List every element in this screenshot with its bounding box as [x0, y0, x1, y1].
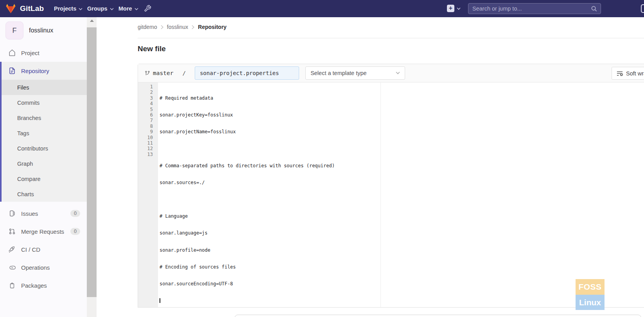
sidebar-section-repository: Repository Files Commits Branches Tags C… — [0, 62, 87, 202]
chevron-down-icon — [79, 8, 83, 11]
sidebar-item-files[interactable]: Files — [2, 80, 87, 95]
watermark-foss: FOSS — [576, 279, 605, 295]
sidebar-item-commits[interactable]: Commits — [2, 95, 87, 110]
new-item-plus-icon[interactable]: + — [447, 5, 454, 12]
breadcrumb-separator-icon — [192, 25, 194, 29]
breadcrumb-separator-icon — [161, 25, 163, 29]
code-editor-body: 1 2 3 4 5 6 7 8 9 10 11 12 13 # Required… — [138, 82, 644, 307]
code-line: sonar.projectKey=fosslinux — [160, 112, 644, 118]
code-line: sonar.language=js — [160, 230, 644, 236]
admin-wrench-icon[interactable] — [144, 5, 151, 12]
project-name: fosslinux — [29, 27, 53, 34]
scrollbar-thumb[interactable] — [87, 27, 97, 297]
sidebar-scrollbar[interactable] — [87, 17, 97, 317]
cloud-gear-icon — [9, 264, 16, 271]
sidebar-item-operations[interactable]: Operations — [0, 258, 87, 276]
sidebar-project-header[interactable]: F fosslinux — [0, 17, 87, 44]
search-icon — [591, 6, 597, 12]
breadcrumb-gitdemo[interactable]: gitdemo — [138, 24, 157, 30]
git-branch-icon — [145, 70, 150, 76]
line-number: 9 — [138, 129, 153, 134]
chevron-down-icon — [396, 72, 400, 75]
code-line: # Required metadata — [160, 95, 644, 101]
top-navbar: GitLab Projects Groups More + — [0, 0, 644, 17]
code-line — [160, 197, 644, 202]
package-icon — [9, 282, 16, 289]
sidebar-item-issues[interactable]: Issues 0 — [0, 204, 87, 222]
home-icon — [9, 49, 16, 56]
editor-toolbar: master / Select a template type Soft wra… — [138, 64, 644, 82]
breadcrumb-fosslinux[interactable]: fosslinux — [167, 24, 188, 30]
line-number: 3 — [138, 95, 153, 101]
code-line: sonar.sources=./ — [160, 180, 644, 185]
search-input[interactable] — [472, 4, 586, 14]
sidebar-item-tags[interactable]: Tags — [2, 125, 87, 141]
breadcrumb-repository[interactable]: Repository — [198, 24, 226, 30]
sidebar-item-compare[interactable]: Compare — [2, 171, 87, 186]
sidebar-item-repository[interactable]: Repository — [2, 62, 87, 80]
code-line: # Comma-separated paths to directories w… — [160, 163, 644, 168]
merge-request-icon — [9, 228, 16, 235]
line-number: 2 — [138, 90, 153, 95]
foss-linux-watermark: FOSS Linux — [576, 279, 605, 310]
soft-wrap-button[interactable]: Soft wrap — [612, 67, 644, 80]
sidebar: F fosslinux Project Repository Files Com… — [0, 17, 87, 317]
path-separator: / — [182, 70, 186, 76]
menu-more[interactable]: More — [118, 0, 138, 17]
watermark-linux: Linux — [576, 295, 605, 310]
line-number-gutter: 1 2 3 4 5 6 7 8 9 10 11 12 13 — [138, 82, 158, 307]
menu-projects[interactable]: Projects — [54, 0, 83, 17]
breadcrumb: gitdemo fosslinux Repository — [138, 24, 226, 30]
app-window: GitLab Projects Groups More + — [0, 0, 644, 317]
chevron-down-icon — [110, 8, 114, 11]
issues-icon — [9, 210, 16, 217]
todos-icon[interactable] — [641, 4, 644, 13]
brand-name: GitLab — [20, 4, 44, 13]
line-number: 10 — [138, 135, 153, 140]
chevron-down-icon — [135, 8, 138, 11]
soft-wrap-icon — [617, 71, 623, 76]
line-number: 13 — [138, 152, 153, 157]
code-line: sonar.profile=node — [160, 247, 644, 253]
code-text-area[interactable]: # Required metadata sonar.projectKey=fos… — [158, 82, 644, 307]
page-title: New file — [138, 45, 166, 53]
chevron-down-icon[interactable] — [457, 7, 461, 10]
sidebar-item-branches[interactable]: Branches — [2, 110, 87, 125]
text-cursor — [160, 298, 160, 303]
branch-selector[interactable]: master — [145, 70, 173, 76]
gitlab-logo-icon — [5, 4, 16, 14]
breadcrumb-divider — [138, 38, 644, 38]
file-editor: master / Select a template type Soft wra… — [138, 64, 644, 308]
scroll-up-arrow[interactable] — [87, 17, 97, 24]
sidebar-item-merge-requests[interactable]: Merge Requests 0 — [0, 222, 87, 240]
line-number: 8 — [138, 124, 153, 129]
line-number: 11 — [138, 140, 153, 146]
filename-input[interactable] — [195, 66, 299, 80]
commit-message-box[interactable] — [235, 315, 641, 317]
repository-icon — [9, 67, 16, 74]
sidebar-item-packages[interactable]: Packages — [0, 276, 87, 294]
sidebar-item-charts[interactable]: Charts — [2, 186, 87, 202]
sidebar-item-contributors[interactable]: Contributors — [2, 141, 87, 156]
sidebar-item-graph[interactable]: Graph — [2, 156, 87, 171]
code-line — [160, 146, 644, 151]
rocket-icon — [9, 246, 16, 253]
code-line: sonar.projectName=fosslinux — [160, 129, 644, 134]
gitlab-home-link[interactable]: GitLab — [5, 0, 44, 17]
template-type-dropdown[interactable]: Select a template type — [305, 66, 405, 80]
line-number: 7 — [138, 118, 153, 123]
line-number: 5 — [138, 107, 153, 112]
line-number: 4 — [138, 101, 153, 106]
merge-requests-count-badge: 0 — [70, 228, 80, 235]
code-line: sonar.sourceEncoding=UTF-8 — [160, 281, 644, 287]
global-search — [468, 3, 601, 14]
project-avatar: F — [5, 21, 23, 39]
menu-groups[interactable]: Groups — [87, 0, 114, 17]
line-number: 1 — [138, 84, 153, 90]
sidebar-item-ci-cd[interactable]: CI / CD — [0, 240, 87, 258]
sidebar-item-project[interactable]: Project — [0, 44, 87, 62]
print-margin-ruler — [380, 82, 381, 307]
code-line: # Encoding of sources files — [160, 264, 644, 270]
line-number: 12 — [138, 146, 153, 151]
issues-count-badge: 0 — [70, 210, 80, 217]
